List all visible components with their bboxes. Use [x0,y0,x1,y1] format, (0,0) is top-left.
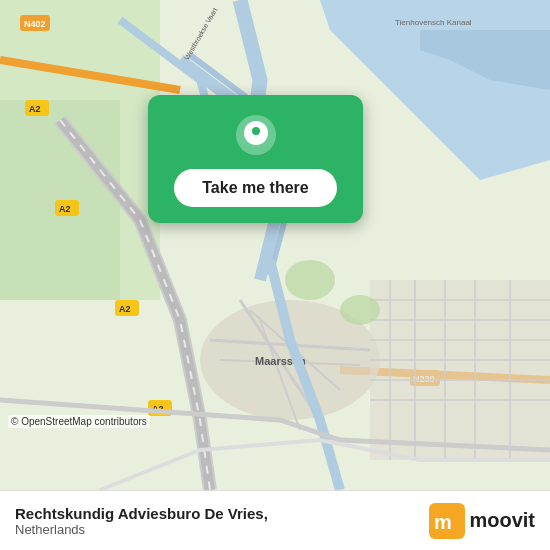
attribution-text: © OpenStreetMap contributors [11,416,147,427]
svg-text:Tienhovensch Kanaal: Tienhovensch Kanaal [395,18,472,27]
svg-text:m: m [434,511,452,533]
svg-text:N402: N402 [24,19,46,29]
svg-text:A2: A2 [119,304,131,314]
svg-text:A2: A2 [59,204,71,214]
svg-rect-25 [370,280,550,460]
moovit-text: moovit [469,509,535,532]
svg-point-44 [252,127,260,135]
place-name: Rechtskundig Adviesburo De Vries, [15,505,268,522]
svg-point-37 [285,260,335,300]
place-country: Netherlands [15,522,268,537]
moovit-icon: m [429,503,465,539]
info-bar: Rechtskundig Adviesburo De Vries, Nether… [0,490,550,550]
take-me-there-button[interactable]: Take me there [174,169,336,207]
moovit-logo: m moovit [429,503,535,539]
osm-attribution: © OpenStreetMap contributors [8,415,150,428]
svg-text:A2: A2 [29,104,41,114]
svg-point-38 [340,295,380,325]
map-container: Tienhovensch Kanaal A2 A2 A2 A2 N402 N23 [0,0,550,490]
location-pin-icon [234,113,278,157]
place-info: Rechtskundig Adviesburo De Vries, Nether… [15,505,268,537]
location-popup[interactable]: Take me there [148,95,363,223]
